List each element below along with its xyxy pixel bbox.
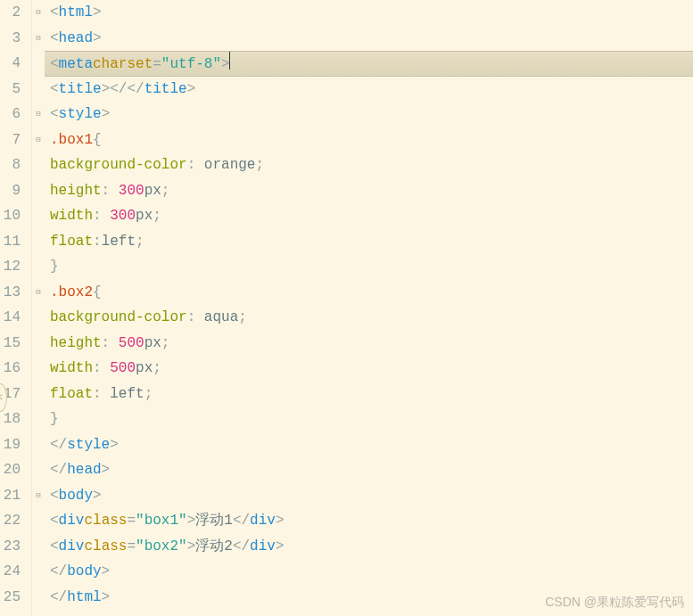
line-number: 21: [0, 483, 24, 509]
fold-marker: [32, 203, 45, 229]
line-number: 13: [0, 280, 24, 306]
line-number: 24: [0, 559, 24, 585]
code-line[interactable]: </body>: [45, 559, 693, 585]
line-number: 2: [0, 0, 24, 26]
fold-marker[interactable]: ⊟: [32, 280, 45, 306]
code-line[interactable]: height: 300px;: [45, 178, 693, 204]
fold-marker: [32, 178, 45, 204]
fold-marker: [32, 457, 45, 483]
code-line[interactable]: .box1{: [45, 127, 693, 153]
line-number: 5: [0, 77, 24, 103]
fold-marker: [32, 382, 45, 407]
code-line[interactable]: height: 500px;: [45, 331, 693, 357]
code-line[interactable]: </style>: [45, 432, 693, 458]
line-number: 20: [0, 457, 24, 483]
line-number: 23: [0, 534, 24, 560]
line-number: 18: [0, 407, 24, 432]
fold-marker: [32, 508, 45, 534]
line-number: 14: [0, 305, 24, 331]
code-line[interactable]: <title></</title>: [45, 77, 693, 103]
code-line[interactable]: <meta charset="utf-8">: [45, 51, 693, 77]
code-line[interactable]: </head>: [45, 457, 693, 483]
code-area[interactable]: <html> <head> <meta charset="utf-8"> <ti…: [45, 0, 693, 616]
line-number: 7: [0, 127, 24, 153]
fold-column[interactable]: ⊟⊟⊟⊟⊟⊟: [32, 0, 45, 616]
code-line[interactable]: <div class="box2">浮动2</div>: [45, 534, 693, 560]
line-number: 8: [0, 152, 24, 178]
line-number: 11: [0, 229, 24, 255]
line-number: 6: [0, 102, 24, 127]
code-line[interactable]: float:left;: [45, 229, 693, 255]
code-line[interactable]: .box2{: [45, 280, 693, 306]
code-line[interactable]: background-color: orange;: [45, 152, 693, 178]
line-number: 22: [0, 508, 24, 534]
fold-marker: [32, 585, 45, 611]
code-line[interactable]: <head>: [45, 26, 693, 52]
code-line[interactable]: float: left;: [45, 382, 693, 407]
fold-marker: [32, 559, 45, 585]
fold-marker: [32, 229, 45, 255]
code-line[interactable]: <html>: [45, 0, 693, 26]
fold-marker: [32, 432, 45, 458]
watermark-text: CSDN @果粒陈爱写代码: [545, 595, 684, 611]
code-editor[interactable]: 2345678910111213141516171819202122232425…: [0, 0, 693, 616]
code-line[interactable]: }: [45, 254, 693, 280]
line-number-gutter: 2345678910111213141516171819202122232425: [0, 0, 32, 616]
line-number: 12: [0, 254, 24, 280]
fold-marker: [32, 254, 45, 280]
fold-marker[interactable]: ⊟: [32, 0, 45, 26]
fold-marker: [32, 305, 45, 331]
line-number: 4: [0, 51, 24, 77]
code-line[interactable]: <style>: [45, 102, 693, 127]
fold-marker[interactable]: ⊟: [32, 127, 45, 153]
fold-marker[interactable]: ⊟: [32, 483, 45, 509]
line-number: 3: [0, 26, 24, 52]
fold-marker[interactable]: ⊟: [32, 102, 45, 127]
code-line[interactable]: <div class="box1">浮动1</div>: [45, 508, 693, 534]
fold-marker: [32, 77, 45, 103]
line-number: 19: [0, 432, 24, 458]
fold-marker[interactable]: ⊟: [32, 26, 45, 52]
fold-marker: [32, 534, 45, 560]
code-line[interactable]: width: 500px;: [45, 356, 693, 382]
code-line[interactable]: <body>: [45, 483, 693, 509]
code-line[interactable]: }: [45, 407, 693, 432]
chevron-left-icon: <: [0, 393, 3, 403]
code-line[interactable]: width: 300px;: [45, 203, 693, 229]
line-number: 10: [0, 203, 24, 229]
fold-marker: [32, 51, 45, 77]
line-number: 15: [0, 331, 24, 357]
fold-marker: [32, 407, 45, 432]
fold-marker: [32, 152, 45, 178]
code-line[interactable]: background-color: aqua;: [45, 305, 693, 331]
fold-marker: [32, 331, 45, 357]
line-number: 16: [0, 356, 24, 382]
line-number: 25: [0, 585, 24, 611]
fold-marker: [32, 356, 45, 382]
line-number: 9: [0, 178, 24, 204]
